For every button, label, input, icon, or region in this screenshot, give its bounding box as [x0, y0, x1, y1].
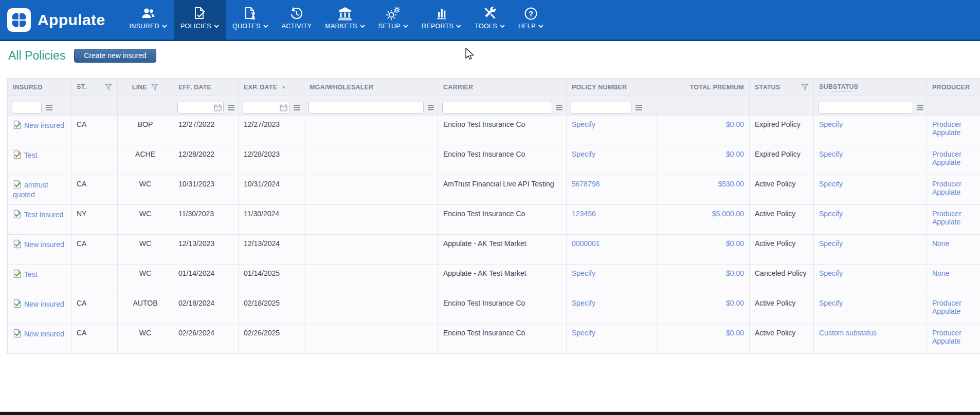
substatus-link[interactable]: Custom substatus	[819, 329, 877, 337]
substatus-filter-input[interactable]	[818, 102, 913, 114]
nav-item-quotes[interactable]: QUOTES	[226, 0, 275, 40]
column-header-line[interactable]: LINE	[118, 79, 173, 96]
producer-link[interactable]: None	[932, 239, 949, 248]
total-premium-link[interactable]: $0.00	[726, 329, 744, 337]
policy-number-link[interactable]: Specify	[572, 120, 595, 128]
carrier-cell: Encino Test Insurance Co	[438, 145, 567, 175]
policy-number-link[interactable]: 5678798	[572, 180, 600, 188]
appulate-brand[interactable]: Appulate	[0, 0, 105, 40]
line-cell: WC	[118, 205, 173, 235]
column-menu-icon[interactable]	[227, 104, 235, 111]
mga-wholesaler-filter-input[interactable]	[308, 102, 424, 114]
nav-label-help: HELP	[518, 23, 536, 30]
eff-date-cell: 10/31/2023	[173, 175, 239, 205]
producer-link[interactable]: Producer Appulate	[932, 299, 977, 315]
column-header-producer[interactable]: PRODUCER	[927, 79, 980, 96]
column-header-exp-date[interactable]: EXP. DATE▲	[239, 79, 304, 96]
carrier-filter-input[interactable]	[442, 102, 552, 114]
insured-link[interactable]: Test Insured	[24, 211, 63, 219]
nav-item-activity[interactable]: ACTIVITY	[275, 0, 319, 40]
insured-link[interactable]: New insured	[24, 330, 64, 338]
nav-label-activity: ACTIVITY	[282, 23, 312, 30]
nav-item-tools[interactable]: TOOLS	[468, 0, 512, 40]
policy-number-link[interactable]: Specify	[572, 299, 595, 307]
insured-link[interactable]: New insured	[24, 121, 64, 129]
carrier-cell: Encino Test Insurance Co	[438, 205, 567, 235]
line-cell: ACHE	[118, 145, 173, 175]
producer-link[interactable]: Producer Appulate	[932, 150, 977, 166]
create-new-insured-button[interactable]: Create new insured	[74, 49, 156, 63]
policy-number-link[interactable]: Specify	[572, 269, 595, 277]
filter-funnel-icon[interactable]	[105, 84, 112, 90]
insured-link[interactable]: Test	[24, 270, 38, 278]
producer-link[interactable]: Producer Appulate	[932, 329, 977, 345]
column-header-mga-wholesaler[interactable]: MGA/WHOLESALER	[304, 79, 438, 96]
nav-label-reports: REPORTS	[422, 23, 453, 30]
producer-link[interactable]: Producer Appulate	[932, 180, 977, 196]
gears-icon	[386, 5, 401, 22]
column-header-insured[interactable]: INSURED	[8, 79, 71, 96]
total-premium-link[interactable]: $0.00	[726, 299, 744, 307]
policy-number-link[interactable]: 0000001	[572, 239, 600, 248]
nav-item-insured[interactable]: INSURED	[123, 0, 174, 40]
total-premium-link[interactable]: $0.00	[726, 239, 744, 248]
column-menu-icon[interactable]	[427, 104, 434, 111]
column-menu-icon[interactable]	[556, 104, 563, 111]
policy-number-link[interactable]: Specify	[572, 329, 595, 337]
total-premium-link[interactable]: $0.00	[726, 120, 744, 128]
substatus-link[interactable]: Specify	[819, 150, 843, 158]
policy-number-filter-input[interactable]	[571, 102, 631, 114]
column-header-eff-date[interactable]: EFF. DATE	[173, 79, 239, 96]
table-row: New insured CA WC 12/13/2023 12/13/2024 …	[8, 235, 980, 265]
total-premium-link[interactable]: $530.00	[718, 180, 744, 188]
substatus-link[interactable]: Specify	[819, 120, 843, 128]
column-header-status[interactable]: STATUS	[750, 79, 814, 96]
svg-text:?: ?	[529, 9, 533, 18]
filter-funnel-icon[interactable]	[801, 84, 808, 90]
substatus-link[interactable]: Specify	[819, 239, 843, 248]
insured-link[interactable]: New insured	[24, 300, 64, 308]
insured-link[interactable]: Test	[24, 151, 38, 159]
table-row: amtrust quoted CA WC 10/31/2023 10/31/20…	[8, 175, 980, 205]
nav-item-policies[interactable]: POLICIES	[174, 0, 226, 40]
total-premium-link[interactable]: $5,000.00	[712, 210, 744, 218]
column-menu-icon[interactable]	[635, 104, 643, 111]
column-menu-icon[interactable]	[45, 104, 53, 111]
column-header-substatus[interactable]: SUBSTATUS	[814, 79, 927, 96]
eff-date-cell: 12/27/2022	[173, 116, 239, 145]
insured-link[interactable]: New insured	[24, 240, 64, 249]
producer-link[interactable]: Producer Appulate	[932, 120, 977, 137]
policy-number-link[interactable]: Specify	[572, 150, 595, 158]
insured-filter-input[interactable]	[12, 102, 42, 114]
column-header-total-premium[interactable]: TOTAL PREMIUM	[657, 79, 750, 96]
column-header-state[interactable]: ST.	[71, 79, 118, 96]
producer-link[interactable]: None	[932, 269, 949, 277]
nav-item-markets[interactable]: MARKETS	[318, 0, 372, 40]
substatus-link[interactable]: Specify	[819, 269, 843, 277]
state-cell: NY	[71, 205, 118, 235]
calendar-icon[interactable]	[280, 104, 287, 114]
sort-ascending-icon: ▲	[281, 85, 286, 89]
mga-cell	[304, 205, 438, 235]
total-premium-link[interactable]: $0.00	[726, 150, 744, 158]
column-menu-icon[interactable]	[917, 104, 923, 111]
producer-link[interactable]: Producer Appulate	[932, 210, 977, 226]
table-filter-row	[8, 96, 980, 116]
column-menu-icon[interactable]	[293, 104, 301, 111]
nav-item-reports[interactable]: REPORTS	[415, 0, 468, 40]
filter-funnel-icon[interactable]	[151, 84, 158, 90]
nav-item-setup[interactable]: SETUP	[372, 0, 415, 40]
substatus-link[interactable]: Specify	[819, 210, 843, 218]
calendar-icon[interactable]	[214, 104, 222, 114]
total-premium-link[interactable]: $0.00	[726, 269, 744, 277]
document-check-icon	[13, 210, 22, 220]
document-check-icon	[13, 150, 22, 161]
nav-item-help[interactable]: ? HELP	[512, 0, 550, 40]
column-header-policy-number[interactable]: POLICY NUMBER	[567, 79, 657, 96]
column-header-carrier[interactable]: CARRIER	[438, 79, 567, 96]
substatus-link[interactable]: Specify	[819, 180, 843, 188]
state-cell	[71, 265, 118, 294]
policy-number-link[interactable]: 123456	[572, 210, 596, 218]
exp-date-cell: 12/28/2023	[239, 145, 304, 175]
substatus-link[interactable]: Specify	[819, 299, 843, 307]
